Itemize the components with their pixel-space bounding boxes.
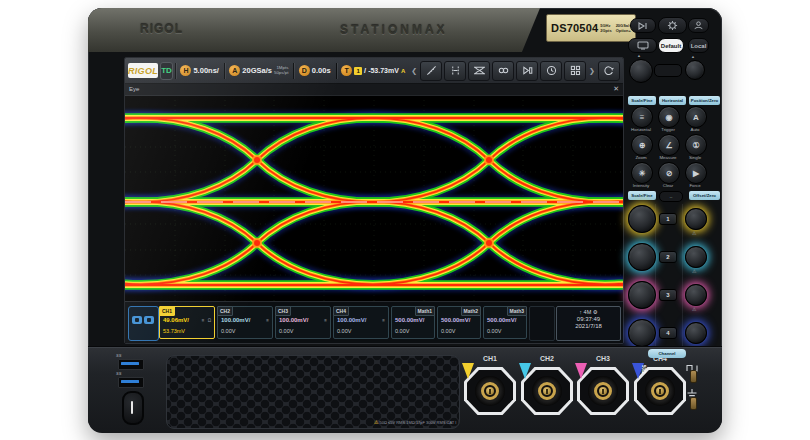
auto-button-label: Auto [680, 127, 710, 132]
speaker-grille [166, 355, 460, 429]
channel-box-ch4[interactable]: CH4 100.00mV/ ≡ 0.00V [333, 306, 389, 339]
ch2-scale: 100.00mV/ [221, 317, 250, 323]
ch4-offset-knob[interactable] [685, 322, 707, 344]
delay-control[interactable]: D 0.00s [296, 61, 334, 81]
clear-icon: ⊘ [666, 169, 673, 178]
ch3-select-button[interactable]: 3 [659, 289, 677, 301]
cursor-icon [450, 65, 461, 76]
trigger-control[interactable]: T 1 / -53.73mV A [338, 61, 408, 81]
ch1-offset-knob[interactable] [685, 208, 707, 230]
zoom-button-label: Zoom [626, 155, 656, 160]
h-scale-label: Scale/Fine [628, 96, 656, 105]
ch2-offset: 0.00V [221, 328, 235, 334]
ch1-scale-knob[interactable] [628, 205, 656, 233]
history-button[interactable] [540, 61, 562, 81]
measure-button[interactable]: ∠ [658, 134, 680, 156]
scroll-right-chevron[interactable]: ❯ [588, 67, 596, 75]
horizontal-button[interactable]: ≡ [631, 106, 653, 128]
sample-rate-value: 20GSa/s [242, 66, 272, 75]
display-icon [637, 41, 649, 50]
ch4-offset: 0.00V [337, 328, 351, 334]
force-button[interactable]: ▶ [685, 162, 707, 184]
local-button[interactable]: Local [688, 38, 709, 53]
search-button[interactable] [492, 61, 514, 81]
math-box-3[interactable]: Math3 500.00mV/ 0.00V [483, 306, 527, 339]
measure-button-label: Measure [653, 155, 683, 160]
touch-lock-button[interactable] [658, 17, 687, 34]
probe-comp-ground-pin [690, 397, 697, 410]
ch1-offset: 53.73mV [163, 328, 185, 334]
trigger-icon: ◉ [666, 113, 673, 122]
eye-window-bar: Eye ✕ [125, 84, 623, 96]
close-icon[interactable]: ✕ [613, 85, 619, 93]
fine-adjust-button[interactable]: ∙∙ [659, 191, 683, 202]
ch2-offset-knob[interactable] [685, 246, 707, 268]
cursor-tool-button[interactable] [444, 61, 466, 81]
eye-diagram-plot[interactable] [125, 95, 623, 301]
clock-box[interactable]: ↑ 4M ⚙ 09:37:49 2021/7/18 [556, 306, 621, 341]
h-scale-value: 5.00ns/ [193, 66, 218, 75]
usb-port-2 [118, 377, 144, 388]
horizontal-scale-control[interactable]: H 5.00ns/ [177, 61, 221, 81]
math3-scale: 500.00mV/ [487, 317, 516, 323]
nav-goggle-icon [132, 316, 142, 324]
power-button[interactable] [122, 391, 144, 425]
rigol-bezel-logo: RIGOL [140, 22, 183, 36]
math2-scale: 500.00mV/ [441, 317, 470, 323]
run-stop-button[interactable] [516, 61, 538, 81]
single-button[interactable]: ① [685, 134, 707, 156]
ch1-tab: CH1 [159, 306, 175, 316]
channel-box-ch3[interactable]: CH3 100.00mV/ ≡ 0.00V [275, 306, 331, 339]
math3-offset: 0.00V [487, 328, 501, 334]
measure-tool-button[interactable] [420, 61, 442, 81]
zoom-icon: ⊕ [639, 141, 646, 150]
math-box-2[interactable]: Math2 500.00mV/ 0.00V [437, 306, 481, 339]
waveform-nav-box[interactable] [128, 306, 159, 341]
ch3-scale-knob[interactable] [628, 281, 656, 309]
ch1-select-button[interactable]: 1 [659, 213, 677, 225]
screen-capture-button[interactable] [628, 38, 657, 53]
channel-box-ch1[interactable]: CH1 49.06mV/ ≡ Ω 53.73mV [159, 306, 215, 339]
trigger-button[interactable]: ◉ [658, 106, 680, 128]
quick-save-button[interactable] [630, 18, 656, 33]
toolbar: RIGOL TD H 5.00ns/ A 20GSa/s 1Mpts50ps/p… [125, 58, 623, 84]
horizontal-icon: ≡ [640, 113, 645, 122]
clear-button[interactable]: ⊘ [658, 162, 680, 184]
single-icon: ① [692, 141, 699, 150]
math-box-1[interactable]: Math1 500.00mV/ 0.00V [391, 306, 435, 339]
apps-menu-button[interactable] [564, 61, 586, 81]
eye-diagram-button[interactable] [468, 61, 490, 81]
math2-offset: 0.00V [441, 328, 455, 334]
zoom-button[interactable]: ⊕ [631, 134, 653, 156]
horizontal-position-knob[interactable] [685, 60, 705, 80]
force-button-label: Force [680, 183, 710, 188]
user-icon [694, 21, 703, 30]
trigger-slope-icon: / [364, 66, 366, 75]
ch2-scale-knob[interactable] [628, 243, 656, 271]
bnc-connector-ch3 [577, 367, 629, 415]
horizontal-scale-knob[interactable] [629, 59, 653, 83]
bnc-ch2-label: CH2 [521, 355, 573, 362]
bnc-ch3-label: CH3 [577, 355, 629, 362]
ch2-warn-icon: ⚠ [692, 268, 696, 274]
scroll-left-chevron[interactable]: ❮ [410, 67, 418, 75]
usb-ss-label: SS [116, 353, 121, 358]
auto-button[interactable]: A [685, 106, 707, 128]
force-icon: ▶ [693, 169, 699, 178]
user-button[interactable] [688, 18, 709, 33]
display-screen: RIGOL TD H 5.00ns/ A 20GSa/s 1Mpts50ps/p… [124, 57, 624, 344]
ch4-scale-knob[interactable] [628, 319, 656, 347]
ch4-impedance-label: 50Ω [641, 365, 646, 374]
power-bar-icon [131, 401, 133, 414]
ch4-select-button[interactable]: 4 [659, 327, 677, 339]
ch2-select-button[interactable]: 2 [659, 251, 677, 263]
intensity-button[interactable]: ☀ [631, 162, 653, 184]
model-number: DS70504 [547, 22, 600, 34]
upload-icon: ↑ [579, 309, 582, 315]
acquisition-control[interactable]: A 20GSa/s 1Mpts50ps/pt [226, 61, 291, 81]
channel-box-ch2[interactable]: CH2 100.00mV/ ≡ 0.00V [217, 306, 273, 339]
default-button[interactable]: Default [658, 38, 684, 53]
ch3-offset-knob[interactable] [685, 284, 707, 306]
td-mode-button[interactable]: TD [160, 62, 173, 80]
refresh-button[interactable] [598, 61, 620, 81]
